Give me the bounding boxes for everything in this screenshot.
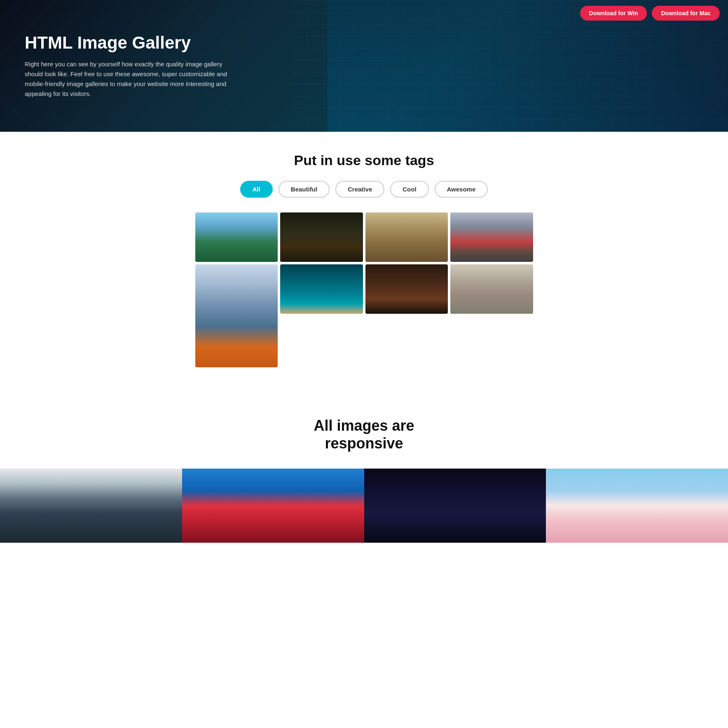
gallery-image-8 — [450, 264, 533, 314]
gallery-item[interactable] — [450, 264, 533, 314]
bottom-gallery — [0, 469, 728, 543]
tag-awesome[interactable]: Awesome — [435, 181, 488, 198]
gallery-item[interactable] — [280, 264, 363, 314]
responsive-heading: All images areresponsive — [0, 417, 728, 452]
tag-cool[interactable]: Cool — [390, 181, 428, 198]
bottom-gallery-image-2[interactable] — [182, 469, 364, 543]
tag-all[interactable]: All — [240, 181, 273, 198]
top-nav: Download for Win Download for Mac — [580, 6, 720, 21]
hero-title: HTML Image Gallery — [25, 33, 703, 53]
gallery-item[interactable] — [365, 212, 448, 262]
gallery-image-5 — [195, 264, 278, 367]
responsive-section: All images areresponsive — [0, 392, 728, 543]
gallery-image-1 — [195, 212, 278, 262]
hero-section: Download for Win Download for Mac HTML I… — [0, 0, 728, 132]
bottom-gallery-image-3[interactable] — [364, 469, 546, 543]
bottom-gallery-image-4[interactable] — [546, 469, 728, 543]
gallery-image-7 — [365, 264, 448, 314]
download-win-button[interactable]: Download for Win — [580, 6, 647, 21]
bottom-gallery-image-1[interactable] — [0, 469, 182, 543]
gallery-image-4 — [450, 212, 533, 262]
tags-section: Put in use some tags All Beautiful Creat… — [0, 132, 728, 392]
tags-heading: Put in use some tags — [16, 152, 712, 168]
gallery-item[interactable] — [195, 212, 278, 262]
tag-creative[interactable]: Creative — [335, 181, 384, 198]
gallery-item[interactable] — [280, 212, 363, 262]
tag-beautiful[interactable]: Beautiful — [279, 181, 330, 198]
hero-description: Right here you can see by yourself how e… — [25, 59, 239, 99]
download-mac-button[interactable]: Download for Mac — [652, 6, 720, 21]
gallery-item[interactable] — [365, 264, 448, 314]
gallery-item[interactable] — [195, 264, 278, 367]
gallery-item[interactable] — [450, 212, 533, 262]
gallery-image-3 — [365, 212, 448, 262]
gallery-image-6 — [280, 264, 363, 314]
gallery-grid — [179, 212, 550, 384]
gallery-image-2 — [280, 212, 363, 262]
tags-row: All Beautiful Creative Cool Awesome — [16, 181, 712, 198]
